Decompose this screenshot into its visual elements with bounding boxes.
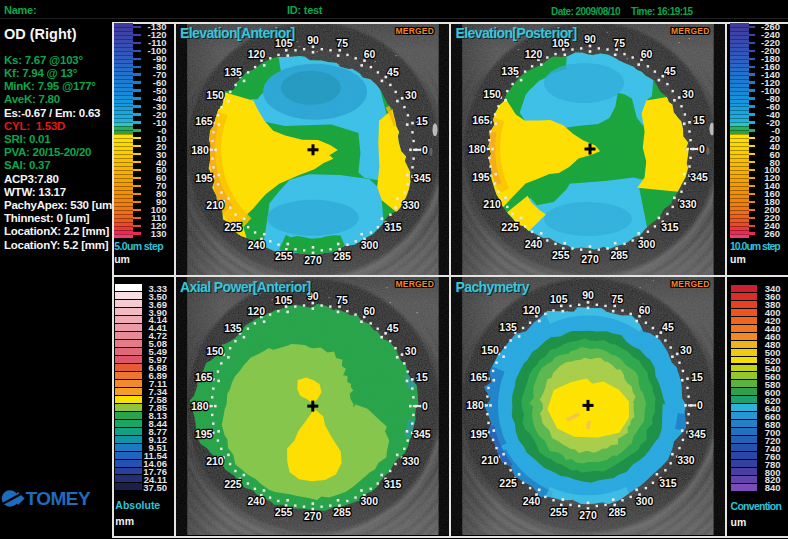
svg-text:270: 270 [581,252,599,264]
svg-text:300: 300 [360,238,378,250]
svg-text:270: 270 [579,509,597,521]
svg-text:30: 30 [405,88,417,100]
svg-text:180: 180 [191,400,209,412]
svg-text:345: 345 [413,429,431,441]
svg-text:300: 300 [636,495,654,507]
svg-text:60: 60 [639,304,651,316]
svg-text:120: 120 [247,48,265,60]
svg-text:330: 330 [677,454,695,466]
svg-text:0: 0 [697,399,703,411]
svg-text:30: 30 [682,87,694,99]
svg-text:225: 225 [499,477,517,489]
svg-text:165: 165 [194,372,212,384]
svg-text:75: 75 [611,293,623,305]
svg-text:180: 180 [466,399,484,411]
svg-text:15: 15 [416,372,428,384]
svg-text:210: 210 [483,197,501,209]
svg-text:30: 30 [404,345,416,357]
svg-text:255: 255 [274,506,292,518]
svg-text:315: 315 [384,221,402,233]
svg-text:0: 0 [422,143,428,155]
svg-text:0: 0 [421,400,427,412]
svg-text:315: 315 [659,477,677,489]
svg-text:300: 300 [360,495,378,507]
svg-text:210: 210 [481,454,499,466]
svg-text:285: 285 [608,506,626,518]
svg-text:255: 255 [275,249,293,261]
svg-text:210: 210 [206,455,224,467]
svg-text:60: 60 [363,305,375,317]
svg-text:15: 15 [691,371,703,383]
svg-text:240: 240 [247,495,265,507]
svg-text:270: 270 [304,253,322,265]
svg-text:195: 195 [470,428,488,440]
svg-text:330: 330 [679,197,697,209]
svg-text:60: 60 [363,48,375,60]
svg-text:300: 300 [638,238,656,250]
svg-text:165: 165 [470,371,488,383]
svg-text:120: 120 [523,304,541,316]
svg-text:315: 315 [661,220,679,232]
svg-text:255: 255 [552,249,570,261]
svg-text:135: 135 [224,65,242,77]
svg-text:75: 75 [336,37,348,49]
svg-text:105: 105 [550,293,568,305]
svg-text:120: 120 [247,305,265,317]
svg-text:45: 45 [664,65,676,77]
svg-text:TOMEY: TOMEY [26,488,92,509]
svg-text:15: 15 [693,114,705,126]
svg-text:240: 240 [247,238,265,250]
svg-text:195: 195 [195,172,213,184]
svg-text:330: 330 [402,198,420,210]
svg-text:135: 135 [501,65,519,77]
svg-text:240: 240 [523,495,541,507]
svg-text:180: 180 [468,142,486,154]
svg-text:0: 0 [699,142,705,154]
svg-text:330: 330 [401,455,419,467]
svg-text:90: 90 [582,289,594,301]
svg-text:345: 345 [413,172,431,184]
svg-text:60: 60 [641,47,653,59]
svg-text:255: 255 [550,506,568,518]
svg-text:270: 270 [304,510,322,522]
svg-text:165: 165 [472,114,490,126]
svg-text:315: 315 [383,478,401,490]
svg-text:75: 75 [613,36,625,48]
svg-text:120: 120 [525,47,543,59]
svg-text:285: 285 [333,506,351,518]
svg-text:165: 165 [195,115,213,127]
svg-text:45: 45 [386,322,398,334]
svg-text:240: 240 [525,238,543,250]
svg-text:75: 75 [336,294,348,306]
svg-text:150: 150 [206,88,224,100]
svg-text:210: 210 [206,198,224,210]
svg-text:345: 345 [690,171,708,183]
svg-text:90: 90 [584,32,596,44]
svg-text:225: 225 [224,478,242,490]
svg-text:150: 150 [481,344,499,356]
svg-text:225: 225 [501,220,519,232]
svg-text:285: 285 [333,249,351,261]
svg-text:345: 345 [688,428,706,440]
svg-text:195: 195 [194,429,212,441]
svg-text:15: 15 [416,115,428,127]
svg-text:150: 150 [206,345,224,357]
svg-text:30: 30 [680,344,692,356]
svg-text:105: 105 [274,294,292,306]
svg-text:180: 180 [191,143,209,155]
svg-text:195: 195 [472,171,490,183]
svg-text:135: 135 [224,322,242,334]
svg-text:90: 90 [307,33,319,45]
svg-text:135: 135 [499,322,517,334]
svg-text:45: 45 [387,65,399,77]
svg-text:150: 150 [483,87,501,99]
svg-text:285: 285 [610,249,628,261]
svg-text:225: 225 [224,221,242,233]
svg-text:45: 45 [662,322,674,334]
